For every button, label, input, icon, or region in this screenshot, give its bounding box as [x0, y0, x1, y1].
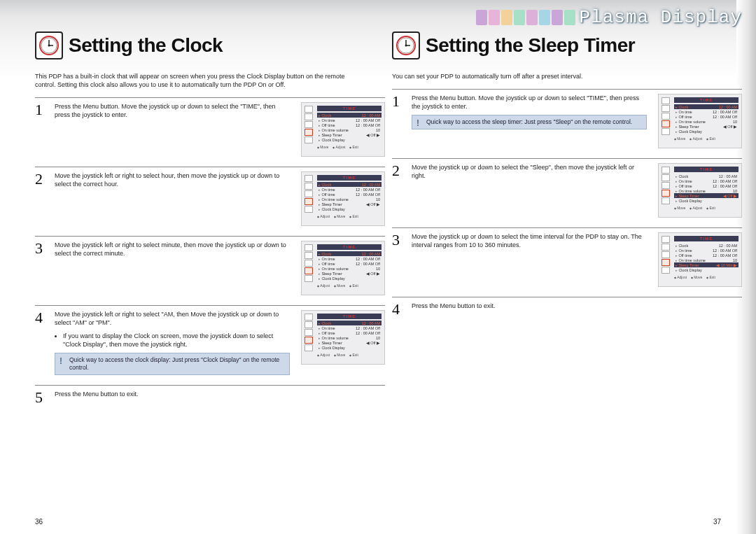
- intro-left: This PDP has a built-in clock that will …: [35, 72, 357, 89]
- step-number: 4: [392, 302, 405, 317]
- step-text: Move the joystick up or down to select t…: [412, 163, 651, 180]
- step-text: Press the Menu button. Move the joystick…: [412, 94, 651, 129]
- step-number: 1: [35, 102, 48, 118]
- osd-screenshot: TIME Clock12 : 00 AMOn time12 : 00 AM Of…: [301, 310, 385, 365]
- page-title-right: Setting the Sleep Timer: [426, 34, 635, 57]
- brand-text: Plasma Display: [580, 7, 742, 28]
- step-2: 2 Move the joystick left or right to sel…: [35, 167, 385, 226]
- step-5: 5 Press the Menu button to exit.: [35, 385, 385, 405]
- step-2: 2 Move the joystick up or down to select…: [392, 158, 742, 218]
- step-text: Move the joystick left or right to selec…: [55, 241, 294, 258]
- step-4: 4 Move the joystick left or right to sel…: [35, 305, 385, 375]
- page-number-right: 37: [713, 518, 721, 526]
- step-text: Move the joystick left or right to selec…: [55, 171, 294, 188]
- step-number: 2: [35, 171, 48, 187]
- step-number: 5: [35, 390, 48, 405]
- step-4: 4 Press the Menu button to exit.: [392, 297, 742, 317]
- step-1: 1 Press the Menu button. Move the joysti…: [392, 89, 742, 148]
- step-1: 1 Press the Menu button. Move the joysti…: [35, 97, 385, 157]
- step-3: 3 Move the joystick up or down to select…: [392, 227, 742, 287]
- step-3: 3 Move the joystick left or right to sel…: [35, 236, 385, 295]
- step-number: 2: [392, 163, 405, 178]
- step-text: Press the Menu button. Move the joystick…: [55, 102, 294, 119]
- step-number: 1: [392, 94, 405, 109]
- osd-screenshot: TIME Clock12 : 00 AMOn time12 : 00 AM Of…: [658, 232, 742, 287]
- intro-right: You can set your PDP to automatically tu…: [392, 72, 714, 80]
- step-text: Move the joystick up or down to select t…: [412, 232, 651, 249]
- page-37: Setting the Sleep Timer You can set your…: [392, 31, 742, 327]
- osd-screenshot: TIME Clock12 : 00 AMOn time12 : 00 AM Of…: [658, 94, 742, 148]
- clock-icon: [392, 31, 420, 59]
- page-36: Setting the Clock This PDP has a built-i…: [35, 31, 385, 415]
- svg-point-4: [48, 45, 50, 47]
- step-text: Press the Menu button to exit.: [55, 390, 385, 398]
- step-text: Move the joystick left or right to selec…: [55, 310, 294, 375]
- tip-box: Quick way to access the clock display: J…: [55, 353, 290, 375]
- osd-screenshot: TIME Clock12 : 00 AMOn time12 : 00 AM Of…: [301, 241, 385, 295]
- page-title-left: Setting the Clock: [69, 34, 223, 57]
- step-number: 3: [35, 241, 48, 256]
- top-brand-decoration: Plasma Display: [476, 7, 742, 28]
- tip-box: Quick way to access the sleep timer: Jus…: [412, 115, 647, 129]
- clock-icon: [35, 31, 63, 59]
- step-text: Press the Menu button to exit.: [412, 302, 742, 310]
- osd-screenshot: TIME Clock12 : 00 AMOn time12 : 00 AM Of…: [301, 102, 385, 157]
- svg-point-9: [405, 45, 407, 47]
- osd-screenshot: TIME Clock12 : 00 AMOn time12 : 00 AM Of…: [658, 163, 742, 218]
- step-number: 3: [392, 232, 405, 248]
- step-number: 4: [35, 310, 48, 325]
- page-number-left: 36: [35, 518, 43, 526]
- osd-screenshot: TIME Clock12 : 00 AMOn time12 : 00 AM Of…: [301, 171, 385, 226]
